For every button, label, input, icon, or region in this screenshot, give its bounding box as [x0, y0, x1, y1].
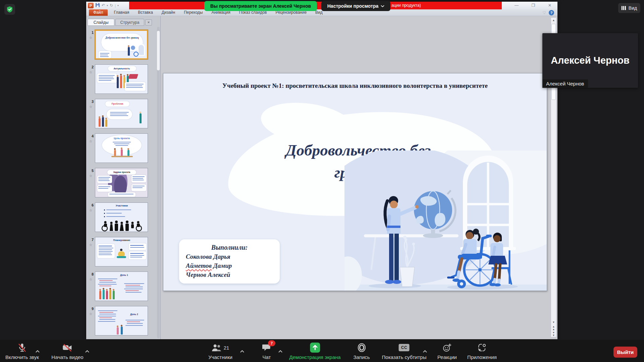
captions-button[interactable]: CC Показать субтитры — [382, 343, 427, 360]
pane-scrollbar-thumb[interactable] — [157, 31, 160, 70]
screen: P ↶ ▾ ↻ | ▾ ации продукта) — ❐ ✕ Файл Гл… — [0, 0, 644, 362]
help-icon[interactable]: ? — [549, 10, 554, 15]
slide-thumbnail-2[interactable]: Актуальность — [95, 64, 148, 94]
author-name: Соколова Дарья — [179, 252, 280, 261]
slides-pane: Слайды Структура ✕ 1 Добровольчество без… — [86, 16, 161, 339]
slide-thumbnail-8[interactable]: День 1 — [95, 272, 148, 301]
authors-heading: Выполнили: — [179, 243, 280, 252]
video-off-icon — [62, 343, 72, 353]
slide-item-5: 5 Задачи проекта — [86, 168, 160, 198]
view-button[interactable]: Вид — [618, 3, 640, 13]
audio-options-chevron[interactable] — [36, 348, 40, 354]
animation-star-icon — [89, 243, 92, 247]
participants-button[interactable]: 21 Участники — [208, 343, 232, 360]
qat-customize-icon[interactable]: ▾ — [117, 3, 119, 8]
view-options-label: Настройки просмотра — [327, 3, 378, 9]
animation-star-icon — [89, 139, 92, 143]
participant-video-tile[interactable]: Алексей Чернов Алексей Чернов — [542, 33, 638, 88]
slide-thumbnail-6[interactable]: Участники — [95, 202, 148, 232]
tab-slides[interactable]: Слайды — [88, 19, 114, 26]
scroll-up-icon[interactable]: ▲ — [551, 18, 556, 23]
animation-star-icon — [89, 208, 92, 212]
scroll-down-icon[interactable]: ▼ — [551, 320, 556, 325]
pane-close-button[interactable]: ✕ — [145, 19, 152, 25]
titlebar-text-fragment: ации продукта) — [391, 2, 421, 9]
reactions-button[interactable]: Реакции — [437, 343, 457, 360]
undo-icon[interactable]: ↶ — [102, 3, 105, 8]
video-options-chevron[interactable] — [85, 348, 90, 354]
record-button[interactable]: Запись — [353, 343, 370, 360]
slide-thumbnail-5[interactable]: Задачи проекта — [95, 168, 148, 197]
slide-thumbnail-7[interactable]: Планирование — [95, 237, 148, 266]
save-icon[interactable] — [95, 3, 100, 9]
slide-item-6: 6 Участники — [86, 202, 160, 232]
screen-share-banner: Вы просматриваете экран Алексей Чернов — [204, 1, 317, 11]
slide-thumbnail-3[interactable]: Проблема — [95, 99, 148, 128]
ribbon-tab-file[interactable]: Файл — [89, 9, 108, 16]
participants-options-chevron[interactable] — [240, 348, 245, 354]
start-video-button[interactable]: Начать видео — [51, 343, 83, 360]
ribbon-pin-icon[interactable] — [542, 10, 546, 15]
slide-editor-area: Учебный проект №1: просветительская школ… — [161, 16, 557, 339]
quick-access-toolbar: P ↶ ▾ ↻ | ▾ — [88, 2, 119, 9]
restore-button[interactable]: ❐ — [528, 2, 538, 9]
chat-button[interactable]: 7 Чат — [262, 343, 271, 360]
smiley-plus-icon — [443, 343, 451, 353]
screen-share-icon — [310, 343, 320, 353]
minimize-button[interactable]: — — [512, 2, 522, 9]
mic-muted-icon — [17, 343, 27, 353]
slide-item-4: 4 Цель проекта — [86, 133, 160, 163]
view-options-dropdown[interactable]: Настройки просмотра — [321, 1, 390, 11]
ribbon-tab-design[interactable]: Дизайн — [157, 9, 179, 16]
slide-item-9: 9 День 2 — [86, 306, 160, 336]
next-slide-button[interactable]: ▼▼ — [551, 331, 556, 337]
ribbon-tab-home[interactable]: Главная — [110, 9, 134, 16]
apps-button[interactable]: Приложения — [467, 343, 497, 360]
pane-scrollbar[interactable] — [157, 27, 160, 338]
captions-options-chevron[interactable] — [423, 348, 427, 354]
slide-thumbnails: 1 Добровольчество без границ — [86, 30, 160, 339]
previous-slide-button[interactable]: ▲▲ — [551, 325, 556, 331]
slide-number: 9 — [88, 307, 94, 311]
author-name: Айметов Дамир — [179, 261, 280, 270]
slide-canvas[interactable]: Учебный проект №1: просветительская школ… — [163, 73, 547, 291]
leave-button[interactable]: Выйти — [613, 347, 637, 358]
chevron-up-icon — [240, 350, 245, 353]
participants-icon — [212, 343, 222, 352]
unmute-button[interactable]: Включить звук — [5, 343, 39, 360]
animation-star-icon — [89, 312, 92, 316]
screen-share-banner-text: Вы просматриваете экран Алексей Чернов — [210, 3, 311, 9]
cc-icon: CC — [399, 344, 410, 351]
redo-icon[interactable]: ↻ — [110, 3, 113, 8]
animation-star-icon — [89, 70, 92, 74]
slide-illustration[interactable] — [344, 150, 547, 291]
slide-thumbnail-1[interactable]: Добровольчество без границ — [95, 30, 148, 59]
slide-number: 6 — [88, 203, 94, 207]
chevron-up-icon — [36, 350, 40, 353]
slide-header-text[interactable]: Учебный проект №1: просветительская школ… — [177, 82, 533, 89]
animation-star-icon — [89, 105, 92, 109]
chevron-down-icon — [381, 5, 384, 7]
undo-dropdown-icon[interactable]: ▾ — [107, 3, 108, 8]
authors-box[interactable]: Выполнили: Соколова Дарья Айметов Дамир … — [179, 239, 280, 284]
qat-separator: | — [115, 4, 116, 8]
chevron-up-icon — [85, 350, 90, 353]
security-shield-icon — [4, 4, 15, 15]
shield-glyph — [6, 6, 13, 13]
animation-star-icon — [89, 174, 92, 178]
share-screen-button[interactable]: Демонстрация экрана — [289, 343, 340, 360]
chevron-up-icon — [423, 350, 427, 353]
powerpoint-app-icon: P — [88, 3, 94, 8]
tab-outline[interactable]: Структура — [115, 19, 144, 26]
close-button[interactable]: ✕ — [545, 2, 555, 9]
grid-icon — [622, 6, 627, 10]
chat-unread-badge: 7 — [268, 340, 275, 346]
slide-item-8: 8 День 1 — [86, 272, 160, 301]
slide-thumbnail-4[interactable]: Цель проекта — [95, 133, 148, 163]
slide-number: 8 — [88, 272, 94, 276]
chat-options-chevron[interactable] — [278, 348, 283, 354]
ribbon-tab-insert[interactable]: Вставка — [133, 9, 157, 16]
ribbon-tab-transitions[interactable]: Переходы — [179, 9, 207, 16]
slide-thumbnail-9[interactable]: День 2 — [95, 306, 148, 336]
slide-item-7: 7 Планирование — [86, 237, 160, 267]
